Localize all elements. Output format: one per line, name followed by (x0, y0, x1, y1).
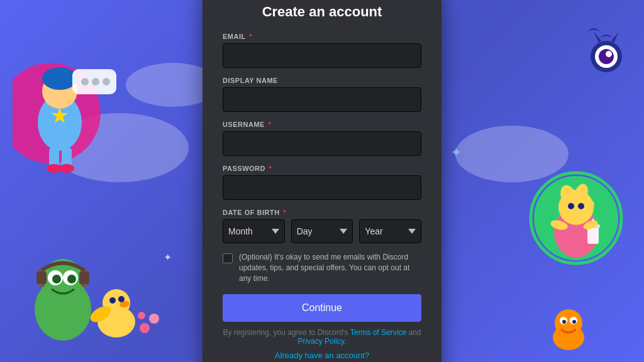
legal-text: By registering, you agree to Discord's T… (223, 328, 421, 346)
display-name-label: DISPLAY NAME (223, 77, 421, 84)
svg-marker-17 (594, 31, 601, 43)
svg-marker-18 (611, 31, 619, 43)
modal-title: Create an account (223, 4, 421, 20)
svg-point-56 (562, 320, 566, 324)
sparkle-icon-2: ✦ (164, 251, 172, 263)
svg-point-32 (109, 297, 116, 304)
username-group: USERNAME * (223, 121, 421, 156)
dob-selects-row: Month JanuaryFebruaryMarch AprilMayJune … (223, 219, 421, 243)
privacy-link[interactable]: Privacy Policy (297, 337, 344, 346)
login-link-container: Already have an account? (223, 349, 421, 361)
username-label: USERNAME * (223, 121, 421, 128)
svg-point-37 (138, 312, 145, 319)
character-illustration-bottom-right (543, 303, 594, 356)
svg-rect-10 (62, 148, 72, 167)
svg-point-15 (599, 49, 614, 64)
tos-link[interactable]: Terms of Service (350, 328, 406, 337)
svg-point-3 (42, 67, 77, 90)
svg-point-23 (52, 275, 61, 283)
email-opt-in-row: (Optional) It's okay to send me emails w… (223, 252, 421, 283)
sparkle-icon-1: ✦ (450, 145, 462, 161)
password-label: PASSWORD * (223, 165, 421, 172)
email-opt-in-checkbox[interactable] (223, 253, 233, 263)
svg-point-35 (140, 323, 150, 333)
password-input[interactable] (223, 175, 421, 200)
year-select[interactable]: Year 20262025202420232022202120202019201… (359, 219, 421, 243)
svg-point-45 (578, 203, 584, 209)
username-input[interactable] (223, 131, 421, 156)
continue-button[interactable]: Continue (223, 294, 421, 322)
display-name-group: DISPLAY NAME (223, 77, 421, 112)
day-select[interactable]: Day 123456789101112131415161718192021222… (291, 219, 353, 243)
email-opt-in-label: (Optional) It's okay to send me emails w… (239, 252, 421, 283)
dob-required-marker: * (281, 209, 286, 216)
svg-point-7 (103, 78, 110, 85)
email-required-marker: * (247, 33, 252, 40)
svg-rect-26 (36, 272, 47, 284)
svg-point-16 (606, 51, 612, 57)
svg-point-6 (92, 78, 99, 85)
email-input[interactable] (223, 43, 421, 68)
svg-point-12 (59, 164, 74, 173)
character-illustration-right-circle (528, 170, 625, 270)
display-name-input[interactable] (223, 87, 421, 112)
dob-group: DATE OF BIRTH * Month JanuaryFebruaryMar… (223, 209, 421, 243)
character-illustration-top-left (13, 31, 138, 197)
svg-point-44 (568, 203, 574, 209)
password-required-marker: * (267, 165, 272, 172)
dob-label: DATE OF BIRTH * (223, 209, 421, 216)
svg-point-24 (67, 275, 76, 283)
decoration-top-right (550, 19, 625, 84)
login-link[interactable]: Already have an account? (275, 351, 369, 360)
svg-rect-28 (79, 272, 89, 284)
registration-modal: Create an account EMAIL * DISPLAY NAME U… (203, 0, 441, 362)
svg-point-57 (572, 320, 576, 324)
svg-point-33 (118, 296, 125, 302)
character-illustration-bottom-left (19, 240, 164, 349)
svg-point-5 (81, 78, 89, 85)
svg-point-36 (149, 314, 159, 324)
month-select[interactable]: Month JanuaryFebruaryMarch AprilMayJune … (223, 219, 285, 243)
password-group: PASSWORD * (223, 165, 421, 200)
svg-point-46 (587, 200, 594, 208)
email-group: EMAIL * (223, 33, 421, 68)
email-label: EMAIL * (223, 33, 421, 40)
username-required-marker: * (266, 121, 271, 128)
svg-rect-9 (49, 148, 59, 167)
